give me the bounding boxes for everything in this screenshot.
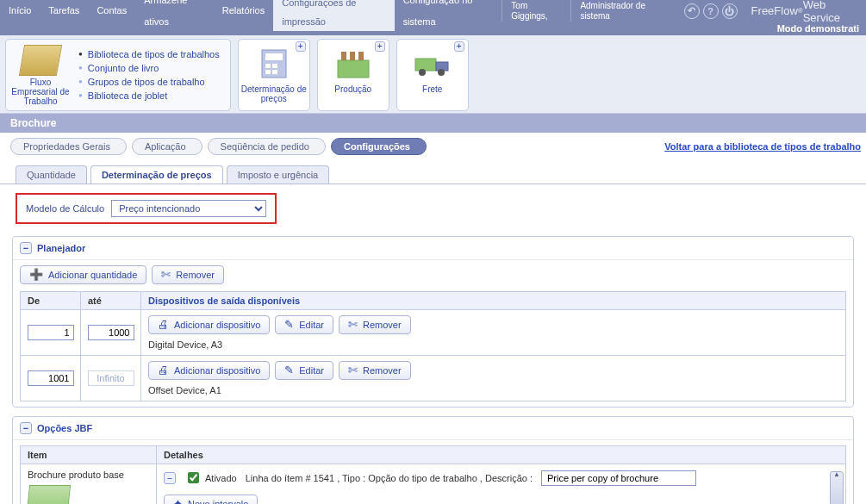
svg-rect-4 [265,70,271,74]
menu-relatorios[interactable]: Relatórios [214,0,274,22]
user-box: Tom Giggings, [502,0,570,22]
collapse-detail-icon[interactable]: − [164,472,176,484]
active-checkbox-input[interactable] [188,472,199,483]
edit-device-button[interactable]: ✎Editar [275,361,333,380]
svg-rect-10 [415,59,436,71]
page-title: Brochure [0,114,866,133]
menu-config-sistema[interactable]: Configuração no sistema [395,0,502,33]
from-input[interactable] [28,370,74,386]
edit-device-button[interactable]: ✎Editar [275,315,333,334]
brand-text: FreeFlow [751,4,798,17]
device-info: Digital Device, A3 [148,339,838,350]
new-interval-button[interactable]: ✦Novo intervalo [164,495,258,504]
jbf-row: Brochure produto base − Ativado Linha do… [20,464,846,504]
top-menu-bar: Início Tarefas Contas Armazene ativos Re… [0,0,866,22]
jbf-title: Opções JBF [37,423,92,433]
plus-icon[interactable]: + [375,41,385,52]
crumb-aplicacao[interactable]: Aplicação [132,138,202,155]
collapse-icon[interactable]: − [20,422,32,434]
link-grupos-tipos[interactable]: Grupos de tipos de trabalho [78,75,220,89]
plus-icon[interactable]: + [454,41,464,52]
jbf-grid-header: Item Detalhes [20,445,846,464]
menu-contas[interactable]: Contas [88,0,135,22]
power-icon[interactable]: ⏻ [722,3,738,19]
collapse-icon[interactable]: − [20,242,32,254]
menu-config-impressao[interactable]: Configurações de impressão [273,0,394,31]
add-quantity-button[interactable]: ➕Adicionar quantidade [20,265,146,284]
from-input[interactable] [28,325,74,340]
svg-point-13 [438,69,445,76]
to-input[interactable] [88,325,134,340]
calc-model-label: Modelo de Cálculo [26,203,104,214]
col-from: De [21,292,81,309]
description-input[interactable] [541,470,696,486]
remove-device-button[interactable]: ✄Remover [339,361,411,380]
calc-model-row: Modelo de Cálculo Preço intencionado [16,193,277,224]
tile-determinacao-precos[interactable]: + Determinação depreços [238,39,310,111]
crumb-propriedades[interactable]: Propriedades Gerais [10,138,127,155]
breadcrumb-bar: Propriedades Gerais Aplicação Seqüência … [0,133,866,155]
tab-quantidade[interactable]: Quantidade [16,165,87,184]
box-icon [19,45,62,76]
svg-rect-6 [338,60,369,78]
tab-determinacao-precos[interactable]: Determinação de preços [90,165,223,184]
planner-panel: − Planejador ➕Adicionar quantidade ✄Remo… [12,236,854,408]
crumb-sequencia[interactable]: Seqüência de pedido [208,138,326,155]
workflow-icon-tile[interactable]: Fluxo Empresarial de Trabalho [9,45,72,106]
planner-row: 🖨Adicionar dispositivo ✎Editar ✄Remover … [20,310,846,356]
crumb-configuracoes[interactable]: Configurações [331,138,427,155]
workflow-l3: Trabalho [9,96,72,106]
inner-tabs: Quantidade Determinação de preços Impost… [0,155,866,184]
ribbon-links: Biblioteca de tipos de trabalhos Conjunt… [72,46,227,104]
calc-model-select[interactable]: Preço intencionado [111,200,266,217]
col-details: Detalhes [157,446,845,464]
device-info: Offset Device, A1 [148,385,838,395]
svg-rect-7 [341,52,346,60]
svg-rect-9 [358,52,364,60]
link-biblioteca-tipos[interactable]: Biblioteca de tipos de trabalhos [78,47,220,61]
add-device-button[interactable]: 🖨Adicionar dispositivo [148,315,270,334]
planner-header: − Planejador [13,237,853,259]
add-device-button[interactable]: 🖨Adicionar dispositivo [148,361,270,380]
tile-producao[interactable]: + Produção [317,39,389,111]
help-icon[interactable]: ? [703,3,719,19]
menu-armazene-ativos[interactable]: Armazene ativos [135,0,213,33]
remove-device-button[interactable]: ✄Remover [339,315,411,334]
scrollbar-thumb[interactable] [830,471,844,504]
breadcrumb: Propriedades Gerais Aplicação Seqüência … [10,138,432,155]
link-conjunto-livro[interactable]: Conjunto de livro [78,61,220,75]
brand-suffix: Web Service [803,0,857,24]
plus-icon[interactable]: + [296,41,306,52]
tile-frete[interactable]: + Frete [396,39,469,111]
workflow-l1: Fluxo [9,78,72,87]
svg-rect-1 [265,53,283,60]
jbf-header: − Opções JBF [13,417,853,439]
col-to: até [81,292,141,309]
planner-title: Planejador [37,243,85,253]
svg-rect-5 [272,70,277,74]
back-icon[interactable]: ↶ [684,3,700,19]
role-box: Administrador de sistema [570,0,678,22]
tab-imposto-urgencia[interactable]: Imposto e urgência [227,165,330,184]
brochure-icon [26,485,71,504]
tile-label: Produção [318,83,389,97]
back-to-library-link[interactable]: Voltar para a biblioteca de tipos de tra… [664,141,861,152]
tile-label: Determinação depreços [239,83,309,107]
col-item: Item [21,446,157,464]
link-biblioteca-joblet[interactable]: Biblioteca de joblet [78,89,220,103]
system-icons: ↶ ? ⏻ [679,0,743,22]
workflow-l2: Empresarial de [9,87,72,96]
ribbon-group-workflow: Fluxo Empresarial de Trabalho Biblioteca… [5,39,231,111]
svg-rect-8 [350,52,355,60]
brand-label: FreeFlow® Web Service [743,0,866,22]
menu-inicio[interactable]: Início [0,0,40,22]
active-checkbox[interactable]: Ativado [184,470,237,486]
jbf-item-name: Brochure produto base [28,470,149,480]
svg-rect-3 [272,64,277,68]
jbf-panel: − Opções JBF Item Detalhes Brochure prod… [12,416,854,504]
item-line-text: Linha do ítem # 1541 , Tipo : Opção do t… [246,473,533,483]
remove-button[interactable]: ✄Remover [152,265,224,284]
menu-tarefas[interactable]: Tarefas [40,0,88,22]
user-name: Tom Giggings, [511,1,562,22]
to-input-readonly [88,370,134,386]
